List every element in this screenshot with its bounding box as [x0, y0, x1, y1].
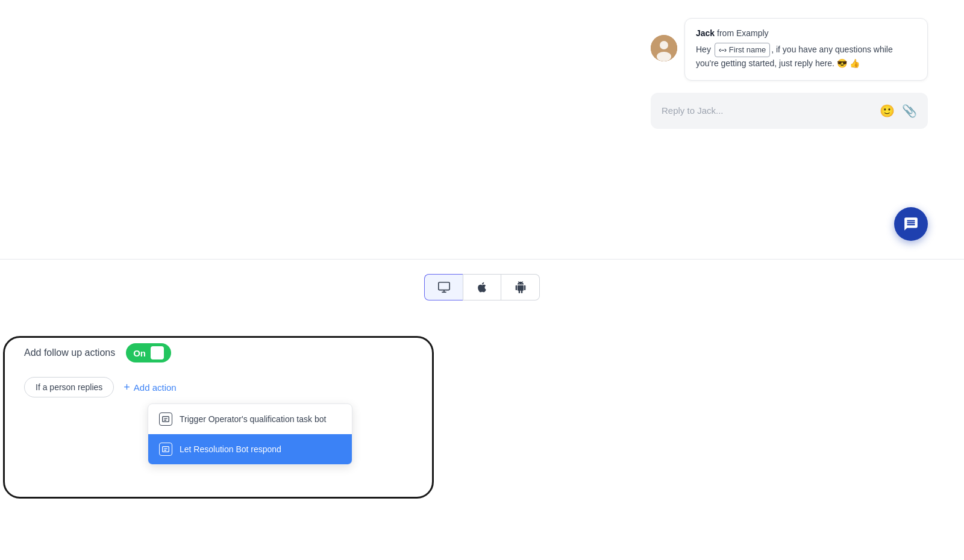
- add-action-button[interactable]: + Add action: [124, 381, 176, 394]
- message-wrapper: Jack from Examply Hey First name , if yo…: [651, 18, 928, 81]
- reply-box[interactable]: Reply to Jack... 🙂 📎: [651, 93, 928, 129]
- sender-name: Jack: [696, 28, 715, 38]
- platform-desktop-btn[interactable]: [424, 274, 463, 300]
- message-text: Hey First name , if you have any questio…: [696, 43, 916, 70]
- svg-point-1: [660, 41, 668, 49]
- chat-fab-button[interactable]: [894, 207, 928, 241]
- toggle-switch: [151, 346, 164, 359]
- dropdown-item-1[interactable]: Let Resolution Bot respond: [148, 434, 352, 464]
- emoji-icon[interactable]: 🙂: [880, 104, 895, 118]
- message-prefix: Hey: [696, 45, 713, 54]
- attachment-icon[interactable]: 📎: [902, 104, 917, 118]
- dropdown-item-0[interactable]: Trigger Operator's qualification task bo…: [148, 404, 352, 434]
- platform-buttons: [424, 274, 540, 300]
- bot-icon-1: [159, 443, 172, 456]
- condition-pill[interactable]: If a person replies: [24, 377, 114, 397]
- sender-org: from Examply: [717, 28, 769, 38]
- follow-up-header: Add follow up actions On: [24, 343, 940, 362]
- svg-rect-7: [163, 417, 169, 422]
- follow-up-label: Add follow up actions: [24, 347, 115, 358]
- reply-icons: 🙂 📎: [880, 104, 917, 118]
- toggle-label: On: [133, 348, 146, 358]
- toggle-on-button[interactable]: On: [126, 343, 171, 362]
- avatar: [651, 35, 677, 61]
- firstname-tag[interactable]: First name: [715, 43, 770, 57]
- condition-row: If a person replies + Add action: [24, 377, 940, 397]
- firstname-tag-label: First name: [729, 44, 766, 56]
- action-dropdown: Trigger Operator's qualification task bo…: [148, 403, 352, 465]
- plus-icon: +: [124, 381, 130, 394]
- condition-label: If a person replies: [36, 382, 102, 392]
- dropdown-item-label-1: Let Resolution Bot respond: [180, 444, 281, 454]
- bot-icon-0: [159, 412, 172, 426]
- add-action-label: Add action: [134, 382, 177, 393]
- message-sender: Jack from Examply: [696, 28, 916, 38]
- svg-rect-4: [438, 282, 449, 290]
- chat-area: Jack from Examply Hey First name , if yo…: [0, 0, 964, 259]
- avatar-image: [651, 35, 677, 61]
- platform-apple-btn[interactable]: [463, 274, 501, 300]
- message-bubble: Jack from Examply Hey First name , if yo…: [684, 18, 928, 81]
- dropdown-item-label-0: Trigger Operator's qualification task bo…: [180, 414, 326, 424]
- svg-rect-10: [163, 447, 169, 452]
- section-divider: [0, 259, 964, 260]
- bottom-section: Add follow up actions On If a person rep…: [0, 325, 964, 560]
- reply-placeholder: Reply to Jack...: [662, 105, 880, 116]
- platform-android-btn[interactable]: [501, 274, 540, 300]
- svg-point-2: [657, 52, 671, 61]
